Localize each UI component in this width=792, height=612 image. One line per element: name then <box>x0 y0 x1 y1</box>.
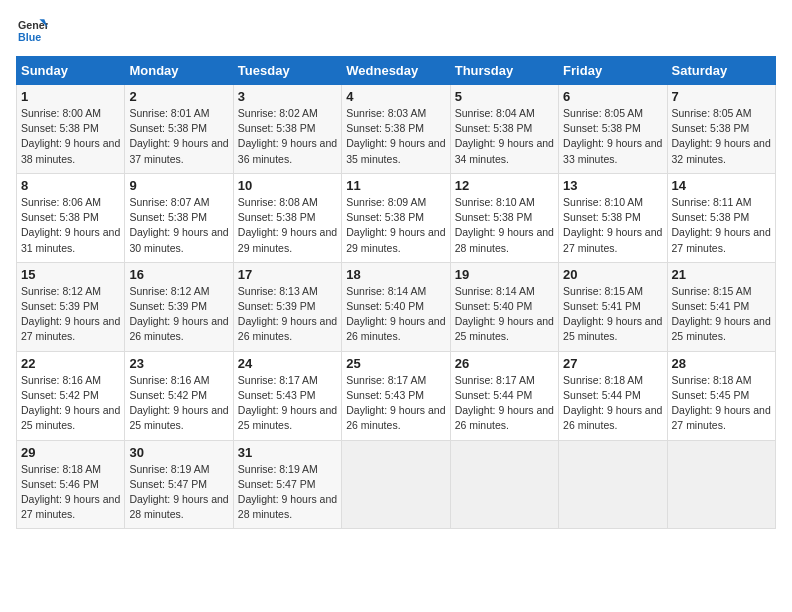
day-number: 23 <box>129 356 228 371</box>
day-number: 5 <box>455 89 554 104</box>
calendar-cell: 13Sunrise: 8:10 AMSunset: 5:38 PMDayligh… <box>559 173 667 262</box>
day-number: 9 <box>129 178 228 193</box>
calendar-cell: 4Sunrise: 8:03 AMSunset: 5:38 PMDaylight… <box>342 85 450 174</box>
calendar-header: SundayMondayTuesdayWednesdayThursdayFrid… <box>17 57 776 85</box>
calendar-cell: 7Sunrise: 8:05 AMSunset: 5:38 PMDaylight… <box>667 85 775 174</box>
calendar-cell: 19Sunrise: 8:14 AMSunset: 5:40 PMDayligh… <box>450 262 558 351</box>
day-detail: Sunrise: 8:14 AMSunset: 5:40 PMDaylight:… <box>346 284 445 345</box>
calendar-cell: 31Sunrise: 8:19 AMSunset: 5:47 PMDayligh… <box>233 440 341 529</box>
col-header-tuesday: Tuesday <box>233 57 341 85</box>
day-number: 28 <box>672 356 771 371</box>
day-number: 21 <box>672 267 771 282</box>
day-detail: Sunrise: 8:10 AMSunset: 5:38 PMDaylight:… <box>455 195 554 256</box>
day-detail: Sunrise: 8:17 AMSunset: 5:44 PMDaylight:… <box>455 373 554 434</box>
col-header-friday: Friday <box>559 57 667 85</box>
calendar-cell: 25Sunrise: 8:17 AMSunset: 5:43 PMDayligh… <box>342 351 450 440</box>
day-number: 2 <box>129 89 228 104</box>
calendar-cell: 15Sunrise: 8:12 AMSunset: 5:39 PMDayligh… <box>17 262 125 351</box>
day-detail: Sunrise: 8:08 AMSunset: 5:38 PMDaylight:… <box>238 195 337 256</box>
day-detail: Sunrise: 8:02 AMSunset: 5:38 PMDaylight:… <box>238 106 337 167</box>
day-detail: Sunrise: 8:18 AMSunset: 5:45 PMDaylight:… <box>672 373 771 434</box>
week-row-4: 22Sunrise: 8:16 AMSunset: 5:42 PMDayligh… <box>17 351 776 440</box>
calendar-cell: 21Sunrise: 8:15 AMSunset: 5:41 PMDayligh… <box>667 262 775 351</box>
calendar-cell: 29Sunrise: 8:18 AMSunset: 5:46 PMDayligh… <box>17 440 125 529</box>
logo: General Blue <box>16 16 52 44</box>
day-number: 8 <box>21 178 120 193</box>
calendar-cell <box>450 440 558 529</box>
calendar-cell <box>559 440 667 529</box>
day-detail: Sunrise: 8:00 AMSunset: 5:38 PMDaylight:… <box>21 106 120 167</box>
day-detail: Sunrise: 8:18 AMSunset: 5:46 PMDaylight:… <box>21 462 120 523</box>
day-number: 20 <box>563 267 662 282</box>
day-number: 17 <box>238 267 337 282</box>
svg-text:Blue: Blue <box>18 31 41 43</box>
calendar-cell <box>342 440 450 529</box>
page-header: General Blue <box>16 16 776 44</box>
day-number: 11 <box>346 178 445 193</box>
day-number: 13 <box>563 178 662 193</box>
week-row-3: 15Sunrise: 8:12 AMSunset: 5:39 PMDayligh… <box>17 262 776 351</box>
calendar-cell: 28Sunrise: 8:18 AMSunset: 5:45 PMDayligh… <box>667 351 775 440</box>
week-row-5: 29Sunrise: 8:18 AMSunset: 5:46 PMDayligh… <box>17 440 776 529</box>
col-header-saturday: Saturday <box>667 57 775 85</box>
day-detail: Sunrise: 8:17 AMSunset: 5:43 PMDaylight:… <box>238 373 337 434</box>
day-number: 4 <box>346 89 445 104</box>
day-detail: Sunrise: 8:16 AMSunset: 5:42 PMDaylight:… <box>21 373 120 434</box>
day-detail: Sunrise: 8:05 AMSunset: 5:38 PMDaylight:… <box>672 106 771 167</box>
calendar-cell: 18Sunrise: 8:14 AMSunset: 5:40 PMDayligh… <box>342 262 450 351</box>
col-header-thursday: Thursday <box>450 57 558 85</box>
calendar-cell: 12Sunrise: 8:10 AMSunset: 5:38 PMDayligh… <box>450 173 558 262</box>
day-detail: Sunrise: 8:11 AMSunset: 5:38 PMDaylight:… <box>672 195 771 256</box>
day-number: 7 <box>672 89 771 104</box>
week-row-1: 1Sunrise: 8:00 AMSunset: 5:38 PMDaylight… <box>17 85 776 174</box>
col-header-monday: Monday <box>125 57 233 85</box>
logo-icon: General Blue <box>16 16 48 44</box>
calendar-cell: 8Sunrise: 8:06 AMSunset: 5:38 PMDaylight… <box>17 173 125 262</box>
calendar-cell: 30Sunrise: 8:19 AMSunset: 5:47 PMDayligh… <box>125 440 233 529</box>
day-detail: Sunrise: 8:03 AMSunset: 5:38 PMDaylight:… <box>346 106 445 167</box>
day-detail: Sunrise: 8:16 AMSunset: 5:42 PMDaylight:… <box>129 373 228 434</box>
day-detail: Sunrise: 8:12 AMSunset: 5:39 PMDaylight:… <box>21 284 120 345</box>
day-detail: Sunrise: 8:05 AMSunset: 5:38 PMDaylight:… <box>563 106 662 167</box>
day-detail: Sunrise: 8:15 AMSunset: 5:41 PMDaylight:… <box>672 284 771 345</box>
day-number: 30 <box>129 445 228 460</box>
day-number: 15 <box>21 267 120 282</box>
day-number: 16 <box>129 267 228 282</box>
calendar-cell: 11Sunrise: 8:09 AMSunset: 5:38 PMDayligh… <box>342 173 450 262</box>
col-header-sunday: Sunday <box>17 57 125 85</box>
calendar-cell: 23Sunrise: 8:16 AMSunset: 5:42 PMDayligh… <box>125 351 233 440</box>
day-number: 10 <box>238 178 337 193</box>
calendar-cell: 3Sunrise: 8:02 AMSunset: 5:38 PMDaylight… <box>233 85 341 174</box>
day-detail: Sunrise: 8:13 AMSunset: 5:39 PMDaylight:… <box>238 284 337 345</box>
day-number: 19 <box>455 267 554 282</box>
calendar-cell: 5Sunrise: 8:04 AMSunset: 5:38 PMDaylight… <box>450 85 558 174</box>
day-detail: Sunrise: 8:01 AMSunset: 5:38 PMDaylight:… <box>129 106 228 167</box>
day-detail: Sunrise: 8:09 AMSunset: 5:38 PMDaylight:… <box>346 195 445 256</box>
calendar-cell: 24Sunrise: 8:17 AMSunset: 5:43 PMDayligh… <box>233 351 341 440</box>
calendar-cell: 2Sunrise: 8:01 AMSunset: 5:38 PMDaylight… <box>125 85 233 174</box>
week-row-2: 8Sunrise: 8:06 AMSunset: 5:38 PMDaylight… <box>17 173 776 262</box>
calendar-table: SundayMondayTuesdayWednesdayThursdayFrid… <box>16 56 776 529</box>
day-detail: Sunrise: 8:10 AMSunset: 5:38 PMDaylight:… <box>563 195 662 256</box>
day-detail: Sunrise: 8:14 AMSunset: 5:40 PMDaylight:… <box>455 284 554 345</box>
calendar-cell: 6Sunrise: 8:05 AMSunset: 5:38 PMDaylight… <box>559 85 667 174</box>
day-number: 31 <box>238 445 337 460</box>
day-detail: Sunrise: 8:19 AMSunset: 5:47 PMDaylight:… <box>129 462 228 523</box>
calendar-cell: 14Sunrise: 8:11 AMSunset: 5:38 PMDayligh… <box>667 173 775 262</box>
calendar-cell: 1Sunrise: 8:00 AMSunset: 5:38 PMDaylight… <box>17 85 125 174</box>
calendar-cell: 27Sunrise: 8:18 AMSunset: 5:44 PMDayligh… <box>559 351 667 440</box>
day-number: 22 <box>21 356 120 371</box>
day-detail: Sunrise: 8:18 AMSunset: 5:44 PMDaylight:… <box>563 373 662 434</box>
day-detail: Sunrise: 8:06 AMSunset: 5:38 PMDaylight:… <box>21 195 120 256</box>
calendar-cell <box>667 440 775 529</box>
day-number: 27 <box>563 356 662 371</box>
day-detail: Sunrise: 8:17 AMSunset: 5:43 PMDaylight:… <box>346 373 445 434</box>
day-number: 25 <box>346 356 445 371</box>
calendar-cell: 20Sunrise: 8:15 AMSunset: 5:41 PMDayligh… <box>559 262 667 351</box>
day-number: 3 <box>238 89 337 104</box>
day-number: 26 <box>455 356 554 371</box>
day-detail: Sunrise: 8:19 AMSunset: 5:47 PMDaylight:… <box>238 462 337 523</box>
calendar-cell: 16Sunrise: 8:12 AMSunset: 5:39 PMDayligh… <box>125 262 233 351</box>
day-number: 29 <box>21 445 120 460</box>
day-number: 18 <box>346 267 445 282</box>
